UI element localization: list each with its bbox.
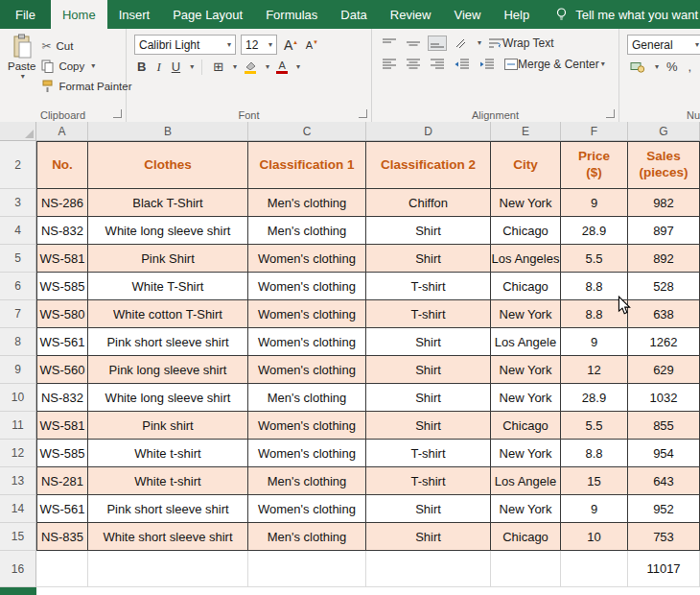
cell-D7[interactable]: T-shirt (366, 300, 491, 328)
row-header-7[interactable]: 7 (0, 300, 36, 328)
font-color-button[interactable]: A (274, 60, 290, 74)
bottom-align-button[interactable] (428, 36, 447, 51)
borders-button[interactable]: ⊞ (210, 59, 226, 75)
cell-C8[interactable]: Women's clothing (248, 328, 366, 356)
cell-E9[interactable]: New York (491, 356, 561, 384)
cell-E5[interactable]: Los Angeles (491, 245, 561, 273)
font-name-select[interactable]: Calibri Light ▾ (134, 35, 236, 55)
alignment-dialog-launcher[interactable] (606, 109, 615, 118)
cell-B12[interactable]: White t-shirt (88, 440, 248, 467)
cell-G6[interactable]: 528 (628, 273, 700, 300)
cell-A5[interactable]: WS-581 (36, 245, 88, 273)
tab-review[interactable]: Review (379, 0, 443, 29)
copy-button[interactable]: Copy ▾ (41, 56, 131, 76)
cell-F8[interactable]: 9 (561, 328, 628, 356)
cell-G4[interactable]: 897 (628, 217, 700, 245)
cell-D5[interactable]: Shirt (366, 245, 491, 273)
increase-indent-button[interactable] (477, 57, 497, 72)
cell-G9[interactable]: 629 (628, 356, 700, 384)
select-all-button[interactable] (0, 122, 36, 140)
cell-A6[interactable]: WS-585 (36, 273, 88, 300)
cell-F15[interactable]: 10 (561, 523, 628, 551)
cell-F3[interactable]: 9 (561, 189, 628, 217)
cell-D13[interactable]: T-shirt (366, 467, 491, 495)
cell-D12[interactable]: T-shirt (366, 440, 491, 467)
cell-G13[interactable]: 643 (628, 467, 700, 495)
cell-E13[interactable]: Los Angele (491, 467, 561, 495)
cell-A12[interactable]: WS-585 (36, 440, 88, 467)
cell-G16[interactable]: 11017 (628, 551, 700, 587)
row-header-11[interactable]: 11 (0, 412, 36, 440)
cell-D16[interactable] (366, 551, 491, 587)
cell-D6[interactable]: T-shirt (366, 273, 491, 300)
tab-formulas[interactable]: Formulas (254, 0, 329, 29)
cell-B2[interactable]: Clothes (88, 141, 248, 189)
cell-F9[interactable]: 12 (561, 356, 628, 384)
cell-F6[interactable]: 8.8 (561, 273, 628, 300)
top-align-button[interactable] (380, 36, 399, 51)
cell-B6[interactable]: White T-Shirt (88, 273, 248, 300)
tab-home[interactable]: Home (51, 0, 107, 29)
column-header-C[interactable]: C (248, 122, 366, 140)
row-header-10[interactable]: 10 (0, 384, 36, 412)
cell-A14[interactable]: WS-561 (36, 495, 88, 523)
cell-F12[interactable]: 8.8 (561, 440, 628, 467)
cell-F2[interactable]: Price ($) (561, 141, 628, 189)
cell-F14[interactable]: 9 (561, 495, 628, 523)
cell-B7[interactable]: White cotton T-Shirt (88, 300, 248, 328)
tab-help[interactable]: Help (492, 0, 541, 29)
tell-me-box[interactable]: Tell me what you want (554, 0, 698, 29)
cell-F13[interactable]: 15 (561, 467, 628, 495)
font-size-select[interactable]: 12 ▾ (241, 35, 277, 55)
cell-D9[interactable]: Shirt (366, 356, 491, 384)
cell-D8[interactable]: Shirt (366, 328, 491, 356)
row-header-16[interactable]: 16 (0, 551, 36, 587)
cell-C10[interactable]: Men's clothing (248, 384, 366, 412)
cell-A7[interactable]: WS-580 (36, 300, 88, 328)
fill-color-button[interactable] (242, 60, 259, 74)
cell-G15[interactable]: 753 (628, 523, 700, 551)
cell-B10[interactable]: White long sleeve shirt (88, 384, 248, 412)
cell-G5[interactable]: 892 (628, 245, 700, 273)
tab-view[interactable]: View (442, 0, 492, 29)
row-header-15[interactable]: 15 (0, 523, 36, 551)
format-painter-button[interactable]: Format Painter (41, 76, 131, 96)
number-format-select[interactable]: General ▾ (627, 35, 700, 55)
cell-E4[interactable]: Chicago (491, 217, 561, 245)
cell-D4[interactable]: Shirt (366, 217, 491, 245)
cell-G11[interactable]: 855 (628, 412, 700, 440)
cell-D2[interactable]: Classification 2 (366, 141, 491, 189)
cell-C14[interactable]: Women's clothing (248, 495, 366, 523)
cell-D3[interactable]: Chiffon (366, 189, 491, 217)
cell-C3[interactable]: Men's clothing (248, 189, 366, 217)
cell-E10[interactable]: New York (491, 384, 561, 412)
cell-B4[interactable]: White long sleeve shirt (88, 217, 248, 245)
tab-insert[interactable]: Insert (107, 0, 162, 29)
cell-C11[interactable]: Women's clothing (248, 412, 366, 440)
clipboard-dialog-launcher[interactable] (113, 109, 122, 118)
cell-A10[interactable]: NS-832 (36, 384, 88, 412)
cell-E6[interactable]: Chicago (491, 273, 561, 300)
cell-E8[interactable]: Los Angele (491, 328, 561, 356)
cell-E3[interactable]: New York (491, 189, 561, 217)
decrease-font-size-button[interactable]: A ▾ (304, 38, 319, 52)
row-header-6[interactable]: 6 (0, 273, 36, 300)
column-header-B[interactable]: B (88, 122, 248, 140)
cell-G14[interactable]: 952 (628, 495, 700, 523)
bold-button[interactable]: B (134, 59, 149, 75)
cell-B5[interactable]: Pink Shirt (88, 245, 248, 273)
cell-E15[interactable]: Chicago (491, 523, 561, 551)
orientation-button[interactable] (452, 36, 471, 51)
font-dialog-launcher[interactable] (359, 109, 367, 118)
cell-C13[interactable]: Men's clothing (248, 467, 366, 495)
row-header-13[interactable]: 13 (0, 467, 36, 495)
increase-font-size-button[interactable]: A ▴ (282, 38, 299, 52)
cell-A15[interactable]: NS-835 (36, 523, 88, 551)
paste-button[interactable]: Paste ▾ (8, 32, 35, 96)
cell-C16[interactable] (248, 551, 366, 587)
cell-G3[interactable]: 982 (628, 189, 700, 217)
cell-E11[interactable]: Chicago (491, 412, 561, 440)
cell-B15[interactable]: White short sleeve shirt (88, 523, 248, 551)
tab-file[interactable]: File (0, 0, 51, 29)
cell-G7[interactable]: 638 (628, 300, 700, 328)
